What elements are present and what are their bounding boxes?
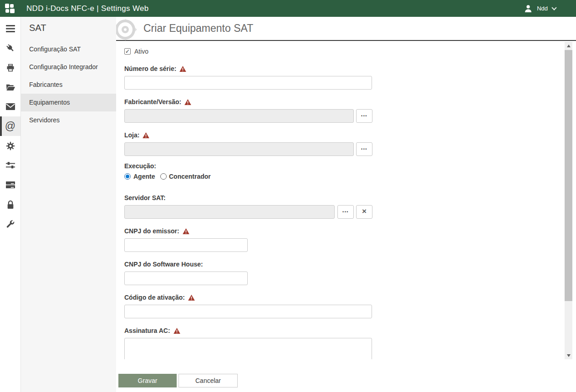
servidor-sat-label: Servidor SAT: — [124, 194, 166, 201]
execucao-radio-concentrador-label[interactable]: Concentrador — [169, 173, 211, 180]
top-bar: NDD i-Docs NFC-e | Settings Web Ndd — [0, 0, 576, 17]
rail-item-tools[interactable] — [0, 214, 20, 234]
cnpj-emissor-label: CNPJ do emissor: — [124, 227, 189, 235]
fabricante-picker-button[interactable]: ••• — [356, 109, 372, 123]
warning-icon — [183, 228, 189, 234]
scroll-down-button[interactable] — [565, 352, 572, 359]
ativo-label: Ativo — [134, 48, 148, 55]
save-button[interactable]: Gravar — [118, 374, 177, 387]
loja-label: Loja: — [124, 131, 149, 139]
rail-item-nfce[interactable]: @ — [0, 116, 20, 136]
user-icon — [524, 5, 532, 13]
chevron-down-icon — [551, 5, 556, 10]
plug-icon — [4, 41, 16, 54]
wrench-icon — [6, 220, 15, 228]
assinatura-ac-label: Assinatura AC: — [124, 327, 180, 334]
ativo-checkbox[interactable]: ✓ — [124, 48, 131, 55]
user-name: Ndd — [537, 5, 548, 12]
page-title: Criar Equipamento SAT — [143, 22, 253, 35]
rail-item-files[interactable] — [0, 77, 20, 97]
numero-serie-label: Número de série: — [124, 65, 186, 72]
warning-icon — [179, 66, 186, 72]
rail-item-mail[interactable] — [0, 97, 20, 116]
codigo-ativacao-input[interactable] — [124, 305, 372, 318]
rail-item-settings[interactable] — [0, 136, 20, 156]
main-content: Criar Equipamento SAT ✓ Ativo Número de … — [116, 17, 576, 392]
sliders-icon — [6, 161, 15, 169]
fabricante-versao-input — [124, 109, 354, 123]
execucao-radio-agente[interactable] — [124, 173, 131, 180]
warning-icon — [173, 328, 180, 334]
ellipsis-icon: ••• — [361, 147, 367, 151]
assinatura-ac-textarea[interactable] — [124, 338, 372, 359]
warning-icon — [143, 132, 149, 138]
lock-icon — [6, 200, 15, 209]
cnpj-software-house-input[interactable] — [124, 271, 248, 285]
servidor-sat-input — [124, 205, 335, 219]
warning-icon — [188, 295, 195, 301]
user-menu[interactable]: Ndd — [524, 0, 556, 17]
rail-item-printers[interactable] — [0, 58, 20, 77]
rail-item-connections[interactable] — [0, 38, 20, 58]
loja-picker-button[interactable]: ••• — [356, 142, 372, 156]
sidebar-item-configuracao-sat[interactable]: Configuração SAT — [21, 40, 116, 58]
at-icon: @ — [5, 121, 15, 131]
cnpj-software-house-label: CNPJ do Software House: — [124, 261, 203, 268]
servidor-sat-clear-button[interactable]: × — [356, 205, 372, 219]
sidebar-item-fabricantes[interactable]: Fabricantes — [21, 76, 116, 94]
execucao-radio-agente-label[interactable]: Agente — [133, 173, 155, 180]
execucao-label: Execução: — [124, 162, 156, 170]
server-icon — [6, 181, 15, 189]
cnpj-emissor-input[interactable] — [124, 238, 248, 252]
execucao-radio-concentrador[interactable] — [160, 173, 167, 180]
ellipsis-icon: ••• — [361, 114, 367, 118]
rail-item-menu[interactable] — [0, 19, 20, 38]
codigo-ativacao-label: Código de ativação: — [124, 294, 195, 301]
scroll-up-button[interactable] — [565, 42, 572, 50]
vertical-scrollbar[interactable] — [565, 42, 572, 359]
rail-item-parameters[interactable] — [0, 156, 20, 175]
sidebar-item-configuracao-integrador[interactable]: Configuração Integrador — [21, 58, 116, 76]
clear-icon: × — [362, 207, 367, 216]
app-logo-icon — [5, 4, 15, 13]
folder-open-icon — [6, 83, 15, 91]
warning-icon — [184, 99, 191, 105]
fabricante-versao-label: Fabricante/Versão: — [124, 98, 191, 106]
numero-serie-input[interactable] — [124, 76, 372, 90]
scrollbar-thumb[interactable] — [565, 50, 572, 301]
menu-icon — [6, 25, 15, 32]
page-header: Criar Equipamento SAT — [116, 17, 576, 41]
icon-rail: @ — [0, 17, 21, 392]
bullseye-chevron-icon — [116, 18, 143, 41]
sat-sidebar: SAT Configuração SAT Configuração Integr… — [21, 17, 116, 392]
ellipsis-icon: ••• — [342, 210, 349, 214]
sidebar-item-equipamentos[interactable]: Equipamentos — [21, 94, 116, 111]
cancel-button[interactable]: Cancelar — [178, 374, 238, 387]
check-icon: ✓ — [125, 49, 130, 54]
sidebar-title: SAT — [21, 17, 116, 33]
printer-icon — [6, 63, 15, 72]
app-title: NDD i-Docs NFC-e | Settings Web — [26, 4, 148, 13]
gear-icon — [6, 141, 15, 151]
rail-item-security[interactable] — [0, 195, 20, 214]
loja-input — [124, 142, 354, 156]
rail-item-servers[interactable] — [0, 175, 20, 195]
servidor-sat-picker-button[interactable]: ••• — [337, 205, 354, 219]
sidebar-item-servidores[interactable]: Servidores — [21, 111, 116, 129]
form-scroll-area: ✓ Ativo Número de série: Fabricante/Vers… — [116, 42, 576, 359]
mail-icon — [6, 103, 15, 110]
